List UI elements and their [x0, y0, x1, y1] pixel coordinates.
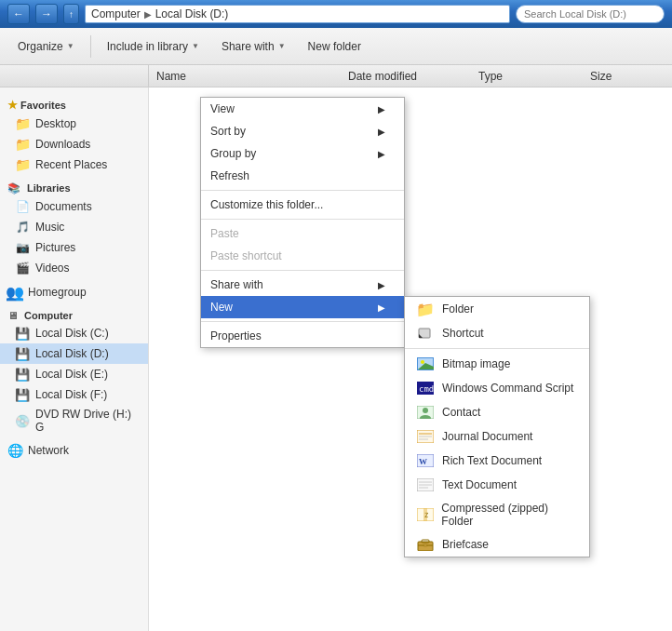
documents-icon: 📄 [15, 199, 30, 214]
new-contact-icon [416, 405, 435, 420]
sidebar-item-drive-f[interactable]: 💾 Local Disk (F:) [0, 384, 148, 405]
downloads-icon: 📁 [15, 137, 30, 152]
new-item-journal[interactable]: Journal Document [405, 424, 589, 449]
sidebar-libraries-section: 📚 Libraries 📄 Documents 🎵 Music 📷 Pictur… [0, 179, 148, 278]
sidebar-drive-e-label: Local Disk (E:) [35, 368, 108, 381]
network-icon: 🌐 [7, 443, 22, 458]
new-contact-label: Contact [442, 406, 480, 419]
new-item-zip[interactable]: Z Compressed (zipped) Folder [405, 497, 589, 532]
new-briefcase-label: Briefcase [442, 538, 489, 551]
ctx-view-label: View [210, 102, 235, 115]
include-in-library-button[interactable]: Include in library ▼ [97, 34, 209, 60]
ctx-view-arrow-icon: ▶ [378, 104, 385, 114]
col-header-name[interactable]: Name [156, 70, 348, 83]
organize-button[interactable]: Organize ▼ [7, 34, 85, 60]
pictures-icon: 📷 [15, 240, 30, 255]
ctx-item-refresh[interactable]: Refresh [201, 165, 404, 187]
ctx-paste-shortcut-label: Paste shortcut [210, 249, 282, 262]
sidebar-item-recent[interactable]: 📁 Recent Places [0, 154, 148, 175]
new-item-rtf[interactable]: W Rich Text Document [405, 449, 589, 473]
ctx-item-paste[interactable]: Paste [201, 222, 404, 245]
sidebar-item-music[interactable]: 🎵 Music [0, 217, 148, 237]
ctx-item-view[interactable]: View ▶ [201, 98, 404, 120]
share-arrow-icon: ▼ [278, 42, 286, 50]
new-item-contact[interactable]: Contact [405, 400, 589, 424]
up-button[interactable]: ↑ [63, 4, 79, 24]
new-item-cmd[interactable]: cmd Windows Command Script [405, 376, 589, 400]
sidebar-homegroup-section: 👥 Homegroup [0, 282, 148, 302]
sidebar-item-downloads[interactable]: 📁 Downloads [0, 134, 148, 154]
include-in-library-label: Include in library [107, 40, 188, 53]
computer-icon: 🖥 [7, 310, 18, 321]
share-with-label: Share with [222, 40, 275, 53]
sidebar-item-desktop[interactable]: 📁 Desktop [0, 114, 148, 134]
col-header-size[interactable]: Size [590, 70, 665, 83]
sidebar-item-documents[interactable]: 📄 Documents [0, 196, 148, 217]
sidebar-computer-section: 🖥 Computer 💾 Local Disk (C:) 💾 Local Dis… [0, 306, 148, 436]
ctx-sep-2 [201, 219, 404, 220]
organize-label: Organize [18, 40, 63, 53]
forward-button[interactable]: → [35, 4, 58, 24]
new-folder-button[interactable]: New folder [298, 34, 371, 60]
address-bar[interactable]: Computer ▶ Local Disk (D:) [85, 5, 510, 23]
ctx-item-share[interactable]: Share with ▶ [201, 274, 404, 296]
sidebar-item-videos[interactable]: 🎬 Videos [0, 258, 148, 278]
new-item-folder[interactable]: 📁 Folder [405, 297, 589, 321]
sidebar-item-dvd[interactable]: 💿 DVD RW Drive (H:) G [0, 405, 148, 436]
sidebar-libraries-header: 📚 Libraries [0, 179, 148, 196]
new-item-bitmap[interactable]: Bitmap image [405, 352, 589, 376]
sidebar-recent-label: Recent Places [35, 158, 107, 171]
sidebar-item-drive-d[interactable]: 💾 Local Disk (D:) [0, 343, 148, 364]
videos-icon: 🎬 [15, 261, 30, 275]
new-rtf-icon: W [416, 453, 435, 468]
ctx-item-groupby[interactable]: Group by ▶ [201, 142, 404, 165]
drive-f-icon: 💾 [15, 387, 30, 402]
ctx-new-arrow-icon: ▶ [378, 302, 385, 313]
new-item-shortcut[interactable]: Shortcut [405, 321, 589, 345]
ctx-sortby-label: Sort by [210, 125, 246, 138]
ctx-item-new[interactable]: New ▶ 📁 Folder Shortcut [201, 296, 404, 318]
sidebar-col-spacer [0, 65, 149, 87]
ctx-item-paste-shortcut[interactable]: Paste shortcut [201, 245, 404, 267]
sidebar-computer-header: 🖥 Computer [0, 306, 148, 323]
context-menu: View ▶ Sort by ▶ Group by ▶ Refresh Cust… [200, 97, 405, 348]
sidebar-item-drive-c[interactable]: 💾 Local Disk (C:) [0, 323, 148, 343]
sidebar-drive-c-label: Local Disk (C:) [35, 327, 109, 340]
new-bitmap-label: Bitmap image [442, 357, 510, 370]
new-rtf-label: Rich Text Document [442, 454, 542, 467]
ctx-item-sortby[interactable]: Sort by ▶ [201, 120, 404, 142]
new-item-briefcase[interactable]: Briefcase [405, 532, 589, 557]
ctx-item-customize[interactable]: Customize this folder... [201, 194, 404, 216]
new-bitmap-icon [416, 356, 435, 371]
share-with-button[interactable]: Share with ▼ [211, 34, 296, 60]
col-header-type[interactable]: Type [478, 70, 590, 83]
main-layout: ★ Favorites 📁 Desktop 📁 Downloads 📁 Rece… [0, 87, 672, 631]
sidebar-item-network[interactable]: 🌐 Network [0, 440, 148, 461]
search-input[interactable] [516, 5, 665, 23]
ctx-refresh-label: Refresh [210, 169, 249, 182]
sidebar: ★ Favorites 📁 Desktop 📁 Downloads 📁 Rece… [0, 87, 149, 631]
sidebar-item-homegroup[interactable]: 👥 Homegroup [0, 282, 148, 302]
sidebar-item-drive-e[interactable]: 💾 Local Disk (E:) [0, 364, 148, 384]
toolbar: Organize ▼ Include in library ▼ Share wi… [0, 28, 672, 65]
drive-c-icon: 💾 [15, 326, 30, 341]
svg-point-9 [423, 408, 428, 413]
svg-point-4 [421, 360, 424, 364]
crumb-sep-1: ▶ [144, 9, 152, 20]
col-header-date[interactable]: Date modified [348, 70, 478, 83]
back-button[interactable]: ← [7, 4, 30, 24]
ctx-share-label: Share with [210, 278, 263, 291]
new-shortcut-label: Shortcut [442, 327, 484, 340]
content-area[interactable]: View ▶ Sort by ▶ Group by ▶ Refresh Cust… [149, 87, 672, 631]
ctx-sep-3 [201, 270, 404, 271]
sidebar-favorites-section: ★ Favorites 📁 Desktop 📁 Downloads 📁 Rece… [0, 95, 148, 175]
title-bar: ← → ↑ Computer ▶ Local Disk (D:) [0, 0, 672, 28]
svg-text:Z: Z [424, 512, 428, 519]
new-shortcut-icon [416, 326, 435, 341]
include-arrow-icon: ▼ [192, 42, 199, 50]
new-item-txt[interactable]: Text Document [405, 473, 589, 497]
sidebar-item-pictures[interactable]: 📷 Pictures [0, 237, 148, 258]
ctx-item-properties[interactable]: Properties [201, 325, 404, 347]
sidebar-desktop-label: Desktop [35, 117, 76, 130]
toolbar-sep-1 [90, 35, 91, 58]
